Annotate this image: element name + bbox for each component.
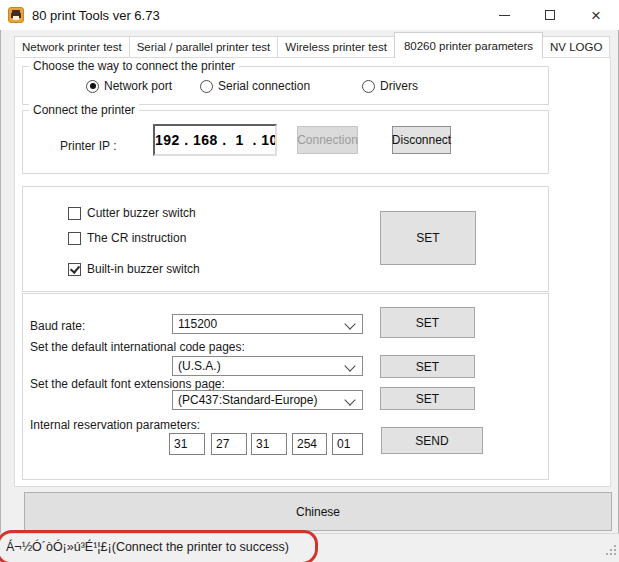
printer-ip-input[interactable]	[153, 124, 277, 156]
tab-bar: Network printer test Serial / parallel p…	[14, 35, 609, 57]
tab-nv-logo[interactable]: NV LOGO	[542, 36, 610, 57]
radio-serial-connection-label: Serial connection	[218, 79, 310, 93]
connect-method-legend: Choose the way to connect the printer	[29, 59, 239, 73]
maximize-icon	[545, 10, 555, 20]
internal-param-input-1[interactable]	[169, 433, 205, 455]
chevron-down-icon	[344, 394, 355, 405]
close-icon: ×	[591, 7, 601, 24]
chinese-button[interactable]: Chinese	[24, 492, 612, 531]
radio-network-port[interactable]: Network port	[86, 79, 172, 93]
radio-icon	[362, 80, 375, 93]
chevron-down-icon	[344, 360, 355, 371]
connect-printer-legend: Connect the printer	[29, 103, 139, 117]
checkbox-icon	[68, 263, 81, 276]
radio-drivers[interactable]: Drivers	[362, 79, 418, 93]
tab-wireless-printer-test[interactable]: Wireless printer test	[277, 36, 395, 57]
checkbox-cutter-buzzer[interactable]: Cutter buzzer switch	[68, 206, 196, 220]
checkbox-builtin-buzzer[interactable]: Built-in buzzer switch	[68, 262, 200, 276]
disconnect-button[interactable]: Disconnect	[392, 126, 451, 154]
codepage-set-button[interactable]: SET	[380, 355, 475, 378]
maximize-button[interactable]	[527, 0, 573, 30]
fontpage-label: Set the default font extensions page:	[30, 377, 225, 391]
baud-rate-select[interactable]: 115200	[172, 314, 363, 334]
fontpage-set-button[interactable]: SET	[380, 387, 475, 410]
internal-param-input-3[interactable]	[251, 433, 287, 455]
radio-network-port-label: Network port	[104, 79, 172, 93]
close-button[interactable]: ×	[573, 0, 619, 30]
title-bar: 80 print Tools ver 6.73 ×	[0, 0, 619, 30]
tab-serial-parallel-printer-test[interactable]: Serial / parallel printer test	[129, 36, 279, 57]
internal-param-input-5[interactable]	[332, 433, 363, 455]
codepage-value: (U.S.A.)	[178, 359, 221, 373]
internal-param-input-2[interactable]	[211, 433, 247, 455]
tab-80260-printer-parameters[interactable]: 80260 printer parameters	[394, 32, 543, 58]
send-button[interactable]: SEND	[381, 427, 483, 454]
fontpage-value: (PC437:Standard-Europe)	[178, 393, 317, 407]
printer-app-icon	[8, 7, 24, 23]
switches-set-button[interactable]: SET	[380, 211, 476, 265]
baud-rate-label: Baud rate:	[30, 319, 85, 333]
radio-drivers-label: Drivers	[380, 79, 418, 93]
radio-icon	[200, 80, 213, 93]
tab-network-printer-test[interactable]: Network printer test	[14, 36, 130, 57]
connection-button[interactable]: Connection	[297, 126, 358, 154]
codepage-label: Set the default international code pages…	[30, 340, 245, 354]
app-window: 80 print Tools ver 6.73 × Network printe…	[0, 0, 619, 562]
status-bar: Á¬½Ó´òÓ¡»ú³É¹¦£¡(Connect the printer to …	[0, 533, 619, 562]
checkbox-cr-instruction-label: The CR instruction	[87, 231, 186, 245]
checkbox-cutter-buzzer-label: Cutter buzzer switch	[87, 206, 196, 220]
checkbox-cr-instruction[interactable]: The CR instruction	[68, 231, 186, 245]
internal-param-input-4[interactable]	[292, 433, 327, 455]
checkbox-icon	[68, 207, 81, 220]
baud-set-button[interactable]: SET	[380, 307, 475, 338]
radio-serial-connection[interactable]: Serial connection	[200, 79, 310, 93]
checkbox-builtin-buzzer-label: Built-in buzzer switch	[87, 262, 200, 276]
radio-icon	[86, 80, 99, 93]
internal-params-label: Internal reservation parameters:	[30, 418, 200, 432]
minimize-button[interactable]	[481, 0, 527, 30]
fontpage-select[interactable]: (PC437:Standard-Europe)	[172, 390, 363, 410]
window-title: 80 print Tools ver 6.73	[32, 8, 160, 23]
chevron-down-icon	[344, 318, 355, 329]
baud-rate-value: 115200	[178, 317, 217, 331]
minimize-icon	[499, 15, 510, 16]
checkbox-icon	[68, 232, 81, 245]
printer-ip-label: Printer IP :	[60, 139, 116, 153]
status-text: Á¬½Ó´òÓ¡»ú³É¹¦£¡(Connect the printer to …	[6, 540, 289, 554]
codepage-select[interactable]: (U.S.A.)	[172, 356, 363, 376]
resize-grip[interactable]	[604, 542, 617, 560]
